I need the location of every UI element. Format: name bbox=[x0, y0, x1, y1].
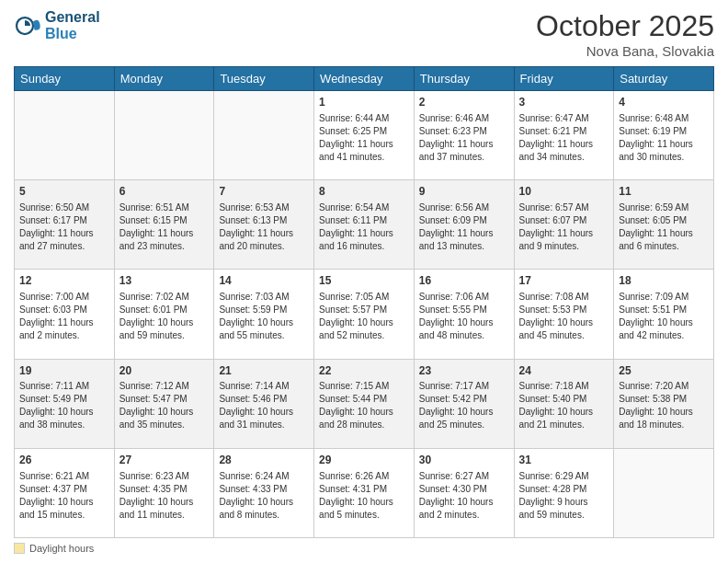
calendar-cell: 2Sunrise: 6:46 AMSunset: 6:23 PMDaylight… bbox=[414, 91, 514, 180]
week-row-1: 1Sunrise: 6:44 AMSunset: 6:25 PMDaylight… bbox=[15, 91, 714, 180]
day-info-line: and 42 minutes. bbox=[619, 329, 709, 342]
day-info-line: Sunrise: 7:15 AM bbox=[319, 380, 409, 393]
day-info-line: Sunset: 5:57 PM bbox=[319, 304, 409, 316]
calendar-cell: 20Sunrise: 7:12 AMSunset: 5:47 PMDayligh… bbox=[114, 359, 214, 448]
day-info-line: Sunset: 4:37 PM bbox=[19, 483, 109, 496]
calendar-cell: 30Sunrise: 6:27 AMSunset: 4:30 PMDayligh… bbox=[414, 448, 514, 537]
calendar-cell: 16Sunrise: 7:06 AMSunset: 5:55 PMDayligh… bbox=[414, 270, 514, 359]
day-number: 1 bbox=[319, 95, 409, 110]
month-title: October 2025 bbox=[536, 9, 714, 43]
logo-blue-text: Blue bbox=[45, 26, 100, 42]
day-number: 10 bbox=[519, 184, 609, 200]
day-number: 11 bbox=[619, 184, 709, 200]
day-number: 12 bbox=[19, 273, 109, 289]
day-info-line: Sunset: 5:59 PM bbox=[219, 304, 309, 316]
day-info-line: Daylight: 11 hours bbox=[219, 227, 309, 240]
day-number: 25 bbox=[619, 363, 709, 379]
calendar-cell: 23Sunrise: 7:17 AMSunset: 5:42 PMDayligh… bbox=[414, 359, 514, 448]
day-number: 24 bbox=[519, 363, 609, 379]
day-info-line: and 21 minutes. bbox=[519, 419, 609, 431]
day-info-line: Sunset: 5:51 PM bbox=[619, 304, 709, 316]
day-info-line: Sunrise: 7:03 AM bbox=[219, 291, 309, 304]
day-info-line: Daylight: 10 hours bbox=[619, 406, 709, 419]
day-number: 28 bbox=[219, 453, 309, 468]
day-info-line: Sunset: 5:40 PM bbox=[519, 393, 609, 406]
day-info-line: Sunrise: 6:23 AM bbox=[119, 470, 210, 483]
day-info-line: and 28 minutes. bbox=[319, 419, 409, 431]
day-info-line: and 35 minutes. bbox=[119, 419, 210, 431]
day-number: 7 bbox=[219, 184, 309, 200]
day-info-line: Sunset: 4:35 PM bbox=[119, 483, 210, 496]
day-info-line: and 59 minutes. bbox=[119, 329, 210, 342]
day-info-line: and 9 minutes. bbox=[519, 240, 609, 253]
day-info-line: Sunset: 6:13 PM bbox=[219, 214, 309, 227]
day-info-line: Sunrise: 7:06 AM bbox=[419, 291, 509, 304]
calendar-cell: 31Sunrise: 6:29 AMSunset: 4:28 PMDayligh… bbox=[514, 448, 614, 537]
day-info-line: Daylight: 10 hours bbox=[419, 406, 509, 419]
day-info-line: Sunset: 6:11 PM bbox=[319, 214, 409, 227]
day-info-line: and 13 minutes. bbox=[419, 240, 509, 253]
day-info-line: Sunset: 6:15 PM bbox=[119, 214, 210, 227]
day-info-line: Sunset: 4:31 PM bbox=[319, 483, 409, 496]
day-info-line: Daylight: 10 hours bbox=[419, 316, 509, 329]
day-info-line: Sunset: 6:17 PM bbox=[19, 214, 109, 227]
day-info-line: Daylight: 10 hours bbox=[319, 316, 409, 329]
day-info-line: Daylight: 10 hours bbox=[419, 496, 509, 509]
day-info-line: Daylight: 9 hours bbox=[519, 496, 609, 509]
footer: Daylight hours bbox=[14, 543, 714, 554]
day-number: 27 bbox=[119, 453, 210, 468]
daylight-indicator bbox=[14, 543, 25, 554]
day-number: 21 bbox=[219, 363, 309, 379]
day-info-line: and 45 minutes. bbox=[519, 329, 609, 342]
day-info-line: Sunset: 4:33 PM bbox=[219, 483, 309, 496]
day-info-line: Sunrise: 7:20 AM bbox=[619, 380, 709, 393]
calendar-cell: 25Sunrise: 7:20 AMSunset: 5:38 PMDayligh… bbox=[614, 359, 714, 448]
day-info-line: Sunset: 4:28 PM bbox=[519, 483, 609, 496]
calendar-cell: 11Sunrise: 6:59 AMSunset: 6:05 PMDayligh… bbox=[614, 180, 714, 270]
day-number: 2 bbox=[419, 95, 509, 110]
day-info-line: Daylight: 11 hours bbox=[519, 227, 609, 240]
day-number: 17 bbox=[519, 273, 609, 289]
calendar-cell: 27Sunrise: 6:23 AMSunset: 4:35 PMDayligh… bbox=[114, 448, 214, 537]
day-info-line: Daylight: 10 hours bbox=[219, 316, 309, 329]
day-info-line: Sunrise: 6:50 AM bbox=[19, 201, 109, 214]
day-info-line: Sunrise: 6:24 AM bbox=[219, 470, 309, 483]
day-info-line: and 11 minutes. bbox=[119, 509, 210, 522]
day-info-line: and 6 minutes. bbox=[619, 240, 709, 253]
day-info-line: Daylight: 10 hours bbox=[119, 406, 210, 419]
day-info-line: Sunrise: 6:56 AM bbox=[419, 201, 509, 214]
day-info-line: and 55 minutes. bbox=[219, 329, 309, 342]
week-row-3: 12Sunrise: 7:00 AMSunset: 6:03 PMDayligh… bbox=[15, 270, 714, 359]
day-info-line: Sunset: 6:23 PM bbox=[419, 125, 509, 138]
page: General Blue October 2025 Nova Bana, Slo… bbox=[0, 0, 728, 563]
day-info-line: Sunrise: 6:26 AM bbox=[319, 470, 409, 483]
day-number: 15 bbox=[319, 273, 409, 289]
day-number: 30 bbox=[419, 453, 509, 468]
day-number: 4 bbox=[619, 95, 709, 110]
calendar-cell: 10Sunrise: 6:57 AMSunset: 6:07 PMDayligh… bbox=[514, 180, 614, 270]
day-info-line: Sunrise: 7:08 AM bbox=[519, 291, 609, 304]
day-info-line: Sunset: 5:53 PM bbox=[519, 304, 609, 316]
col-header-monday: Monday bbox=[114, 67, 214, 91]
day-info-line: Sunrise: 7:00 AM bbox=[19, 291, 109, 304]
day-info-line: and 52 minutes. bbox=[319, 329, 409, 342]
day-number: 5 bbox=[19, 184, 109, 200]
day-number: 31 bbox=[519, 453, 609, 468]
day-info-line: Daylight: 11 hours bbox=[319, 227, 409, 240]
day-info-line: Daylight: 11 hours bbox=[619, 227, 709, 240]
day-info-line: and 48 minutes. bbox=[419, 329, 509, 342]
week-row-5: 26Sunrise: 6:21 AMSunset: 4:37 PMDayligh… bbox=[15, 448, 714, 537]
day-info-line: Sunrise: 6:47 AM bbox=[519, 112, 609, 125]
calendar-cell: 8Sunrise: 6:54 AMSunset: 6:11 PMDaylight… bbox=[314, 180, 415, 270]
day-info-line: Sunset: 5:44 PM bbox=[319, 393, 409, 406]
calendar-cell: 7Sunrise: 6:53 AMSunset: 6:13 PMDaylight… bbox=[214, 180, 314, 270]
day-info-line: Sunrise: 7:11 AM bbox=[19, 380, 109, 393]
calendar-cell bbox=[15, 91, 115, 180]
day-number: 8 bbox=[319, 184, 409, 200]
day-info-line: Daylight: 11 hours bbox=[119, 227, 210, 240]
day-info-line: Sunrise: 6:29 AM bbox=[519, 470, 609, 483]
day-number: 18 bbox=[619, 273, 709, 289]
day-info-line: Sunrise: 7:12 AM bbox=[119, 380, 210, 393]
calendar-cell bbox=[214, 91, 314, 180]
calendar-cell: 17Sunrise: 7:08 AMSunset: 5:53 PMDayligh… bbox=[514, 270, 614, 359]
